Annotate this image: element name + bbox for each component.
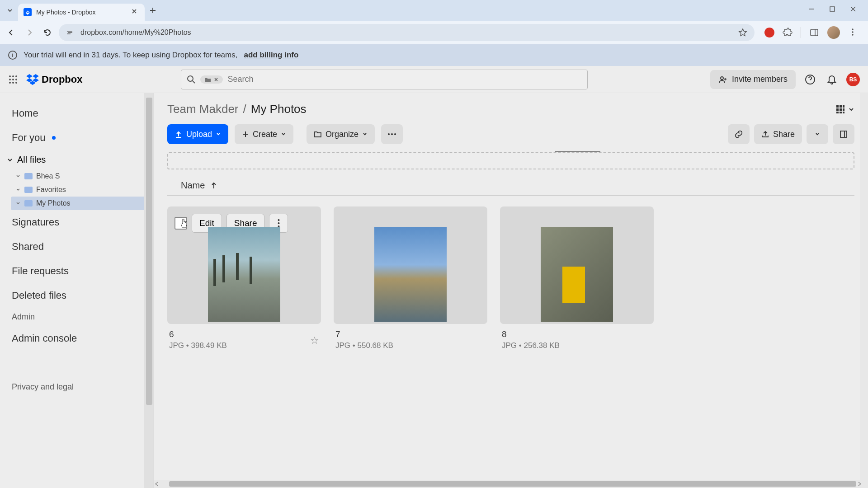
file-name: 7 [335, 329, 393, 339]
image-preview [208, 227, 280, 322]
all-files-label: All files [17, 155, 46, 165]
search-filter-chip[interactable] [200, 75, 223, 84]
forward-button[interactable] [23, 26, 36, 39]
chevron-down-icon[interactable] [848, 106, 854, 113]
file-card[interactable]: Edit Share 6 JPG • 398.49 KB ☆ [167, 206, 321, 356]
create-button[interactable]: Create [235, 124, 293, 144]
tab-list-chevron[interactable] [4, 4, 16, 17]
scroll-right-icon[interactable] [856, 481, 863, 487]
file-thumbnail[interactable] [500, 206, 654, 324]
bookmark-star-icon[interactable] [738, 28, 747, 37]
upload-button[interactable]: Upload [167, 124, 228, 144]
help-icon[interactable] [803, 72, 817, 87]
star-icon[interactable]: ☆ [310, 335, 319, 347]
tab-close-icon[interactable] [131, 8, 139, 16]
folder-icon [24, 187, 33, 193]
file-info: JPG • 256.38 KB [502, 341, 560, 350]
app-grid-icon[interactable] [8, 75, 18, 84]
profile-avatar[interactable] [827, 26, 840, 39]
share-dropdown-button[interactable] [807, 124, 828, 144]
svg-point-35 [278, 222, 279, 224]
column-header-label: Name [181, 180, 205, 191]
window-maximize-icon[interactable] [829, 6, 838, 15]
svg-rect-32 [840, 131, 847, 137]
chip-close-icon[interactable] [214, 77, 218, 82]
chevron-right-icon [15, 174, 21, 179]
svg-point-13 [15, 79, 17, 80]
more-actions-button[interactable] [381, 124, 403, 144]
window-close-icon[interactable] [850, 6, 859, 15]
file-thumbnail[interactable] [334, 206, 487, 324]
sidebar-item-deleted[interactable]: Deleted files [0, 283, 153, 308]
invite-members-button[interactable]: Invite members [710, 70, 796, 89]
sidebar-item-file-requests[interactable]: File requests [0, 259, 153, 283]
divider [300, 127, 300, 141]
trial-banner: i Your trial will end in 31 days. To kee… [0, 44, 868, 66]
chrome-menu-icon[interactable] [848, 28, 858, 38]
extension-icon[interactable] [764, 28, 774, 38]
image-preview [541, 227, 613, 322]
browser-address-bar: dropbox.com/home/My%20Photos [0, 21, 868, 44]
svg-point-1 [67, 31, 68, 32]
svg-rect-21 [840, 105, 842, 108]
sidebar-item-signatures[interactable]: Signatures [0, 210, 153, 235]
breadcrumb-parent[interactable]: Team Makder [167, 102, 239, 116]
dropbox-logo[interactable]: Dropbox [26, 74, 82, 85]
sidebar-section-admin: Admin [0, 308, 153, 326]
scroll-left-icon[interactable] [154, 481, 160, 487]
browser-tab[interactable]: ⬙ My Photos - Dropbox [18, 4, 145, 21]
tree-item-my-photos[interactable]: My Photos [11, 197, 153, 210]
sidebar-item-home[interactable]: Home [0, 101, 153, 126]
new-tab-button[interactable] [146, 4, 159, 17]
column-header-name[interactable]: Name [167, 176, 854, 196]
ellipsis-icon [387, 133, 396, 136]
search-input[interactable] [227, 75, 582, 84]
tree-label: My Photos [36, 199, 71, 207]
sidebar-item-admin-console[interactable]: Admin console [0, 326, 153, 351]
banner-link[interactable]: add billing info [244, 51, 298, 60]
tree-item-favorites[interactable]: Favorites [11, 183, 153, 197]
reload-button[interactable] [41, 26, 54, 39]
side-panel-icon[interactable] [809, 28, 819, 38]
content-scrollbar-vertical[interactable] [860, 93, 868, 488]
extensions-puzzle-icon[interactable] [783, 28, 793, 38]
sidebar-item-all-files[interactable]: All files [0, 150, 153, 169]
tree-item-bhea[interactable]: Bhea S [11, 169, 153, 183]
chevron-right-icon [15, 187, 21, 192]
content-scrollbar-horizontal[interactable] [154, 480, 868, 488]
user-avatar-badge[interactable]: BS [846, 73, 860, 86]
organize-button[interactable]: Organize [307, 124, 375, 144]
site-settings-icon[interactable] [66, 28, 74, 37]
file-card[interactable]: 8 JPG • 256.38 KB [500, 206, 654, 356]
file-thumbnail[interactable]: Edit Share [167, 206, 321, 324]
grid-view-icon[interactable] [835, 104, 845, 114]
url-box[interactable]: dropbox.com/home/My%20Photos [59, 24, 755, 41]
share-button[interactable]: Share [754, 124, 802, 144]
sidebar: Home For you All files Bhea S Favorites … [0, 93, 154, 488]
dropzone[interactable] [167, 152, 854, 169]
dropbox-favicon: ⬙ [24, 8, 32, 16]
organize-label: Organize [326, 130, 359, 139]
sidebar-item-shared[interactable]: Shared [0, 235, 153, 259]
svg-point-5 [852, 28, 854, 30]
upload-icon [175, 130, 183, 138]
sidebar-item-for-you[interactable]: For you [0, 126, 153, 150]
svg-point-7 [852, 34, 854, 36]
search-box[interactable] [181, 70, 588, 89]
sidebar-item-privacy[interactable]: Privacy and legal [0, 378, 153, 396]
sidebar-for-you-label: For you [12, 132, 46, 144]
window-minimize-icon[interactable] [808, 6, 817, 15]
back-button[interactable] [5, 26, 18, 39]
svg-point-10 [15, 75, 17, 77]
details-panel-button[interactable] [833, 124, 854, 144]
file-card[interactable]: 7 JPG • 550.68 KB [334, 206, 487, 356]
svg-rect-28 [843, 112, 844, 113]
breadcrumb: Team Makder / My Photos [167, 102, 854, 116]
sidebar-scrollbar[interactable] [144, 93, 153, 488]
notifications-icon[interactable] [825, 72, 839, 87]
file-name: 8 [502, 329, 560, 339]
file-info: JPG • 398.49 KB [169, 341, 227, 350]
copy-link-button[interactable] [728, 124, 750, 144]
kebab-icon [278, 219, 280, 228]
svg-point-12 [12, 79, 14, 80]
